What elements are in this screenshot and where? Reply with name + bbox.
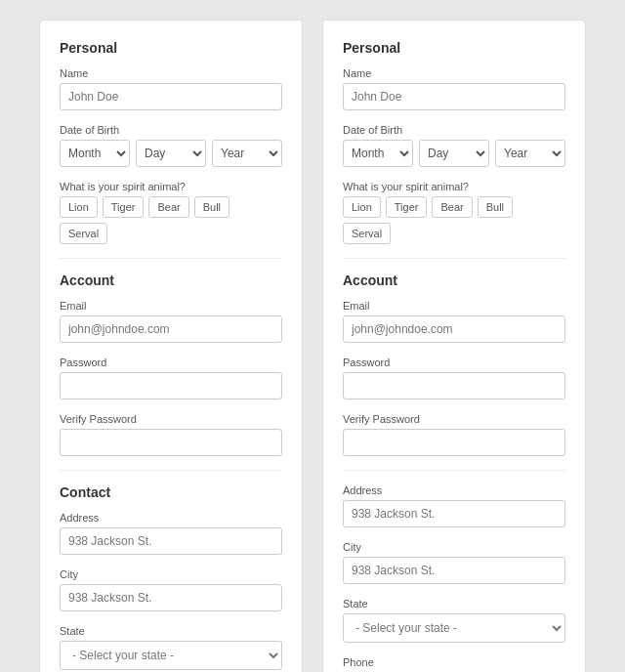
dob-day-dont[interactable]: Day: [419, 140, 489, 167]
email-input-do[interactable]: [60, 315, 282, 343]
spirit-bear-dont[interactable]: Bear: [432, 196, 472, 218]
divider2-dont: [343, 470, 565, 471]
verify-field-dont: Verify Password: [343, 413, 565, 456]
spirit-row-do: Lion Tiger Bear Bull Serval: [60, 196, 282, 244]
dob-field-dont: Date of Birth Month Day Year: [343, 124, 565, 167]
divider2-do: [60, 470, 282, 471]
divider-dont: [343, 258, 565, 259]
dob-month-dont[interactable]: Month: [343, 140, 413, 167]
name-label-do: Name: [60, 67, 282, 79]
spirit-label-do: What is your spirit animal?: [60, 181, 282, 192]
email-input-dont[interactable]: [343, 315, 565, 343]
account-title-dont: Account: [343, 273, 565, 288]
spirit-tiger-dont[interactable]: Tiger: [386, 196, 428, 218]
address-label-do: Address: [60, 512, 282, 524]
phone-label-dont: Phone: [343, 656, 565, 668]
verify-label-do: Verify Password: [60, 413, 282, 425]
address-input-dont[interactable]: [343, 500, 565, 527]
dob-field-do: Date of Birth Month Day Year: [60, 124, 282, 167]
name-input-do[interactable]: [60, 83, 282, 110]
spirit-bull-dont[interactable]: Bull: [478, 196, 513, 218]
city-label-dont: City: [343, 541, 565, 553]
spirit-serval-do[interactable]: Serval: [60, 223, 107, 244]
password-label-do: Password: [60, 357, 282, 368]
account-title-do: Account: [60, 273, 282, 288]
verify-label-dont: Verify Password: [343, 413, 565, 425]
state-label-dont: State: [343, 598, 565, 609]
password-field-do: Password: [60, 357, 282, 399]
city-input-do[interactable]: [60, 584, 282, 611]
city-field-do: City: [60, 568, 282, 611]
state-field-dont: State - Select your state -: [343, 598, 565, 643]
city-label-do: City: [60, 568, 282, 580]
do-card: Personal Name Date of Birth Month Day Ye…: [39, 20, 303, 672]
name-field-dont: Name: [343, 67, 565, 110]
spirit-label-dont: What is your spirit animal?: [343, 181, 565, 192]
name-input-dont[interactable]: [343, 83, 565, 110]
verify-input-dont[interactable]: [343, 429, 565, 456]
address-field-do: Address: [60, 512, 282, 555]
contact-title-do: Contact: [60, 484, 282, 500]
address-field-dont: Address: [343, 484, 565, 527]
verify-field-do: Verify Password: [60, 413, 282, 456]
password-field-dont: Password: [343, 357, 565, 399]
dob-year-dont[interactable]: Year: [495, 140, 565, 167]
dob-label-dont: Date of Birth: [343, 124, 565, 136]
password-label-dont: Password: [343, 357, 565, 368]
verify-input-do[interactable]: [60, 429, 282, 456]
state-select-do[interactable]: - Select your state -: [60, 641, 282, 670]
email-label-do: Email: [60, 300, 282, 312]
dob-row-do: Month Day Year: [60, 140, 282, 167]
email-field-dont: Email: [343, 300, 565, 343]
spirit-field-do: What is your spirit animal? Lion Tiger B…: [60, 181, 282, 244]
spirit-lion-do[interactable]: Lion: [60, 196, 98, 218]
phone-field-dont: Phone: [343, 656, 565, 672]
dob-row-dont: Month Day Year: [343, 140, 565, 167]
spirit-tiger-do[interactable]: Tiger: [103, 196, 145, 218]
spirit-lion-dont[interactable]: Lion: [343, 196, 381, 218]
city-input-dont[interactable]: [343, 557, 565, 584]
personal-title-dont: Personal: [343, 40, 565, 56]
spirit-field-dont: What is your spirit animal? Lion Tiger B…: [343, 181, 565, 244]
address-label-dont: Address: [343, 484, 565, 496]
spirit-bull-do[interactable]: Bull: [194, 196, 229, 218]
dob-month-do[interactable]: Month: [60, 140, 130, 167]
personal-title-do: Personal: [60, 40, 282, 56]
state-select-dont[interactable]: - Select your state -: [343, 613, 565, 643]
state-label-do: State: [60, 625, 282, 637]
dob-label-do: Date of Birth: [60, 124, 282, 136]
dont-card: Personal Name Date of Birth Month Day Ye…: [322, 20, 586, 672]
spirit-bear-do[interactable]: Bear: [148, 196, 188, 218]
email-field-do: Email: [60, 300, 282, 343]
name-label-dont: Name: [343, 67, 565, 79]
password-input-dont[interactable]: [343, 372, 565, 399]
dob-year-do[interactable]: Year: [212, 140, 282, 167]
name-field-do: Name: [60, 67, 282, 110]
spirit-row-dont: Lion Tiger Bear Bull Serval: [343, 196, 565, 244]
email-label-dont: Email: [343, 300, 565, 312]
password-input-do[interactable]: [60, 372, 282, 399]
city-field-dont: City: [343, 541, 565, 584]
divider-do: [60, 258, 282, 259]
address-input-do[interactable]: [60, 527, 282, 555]
spirit-serval-dont[interactable]: Serval: [343, 223, 391, 244]
state-field-do: State - Select your state -: [60, 625, 282, 670]
dob-day-do[interactable]: Day: [136, 140, 206, 167]
